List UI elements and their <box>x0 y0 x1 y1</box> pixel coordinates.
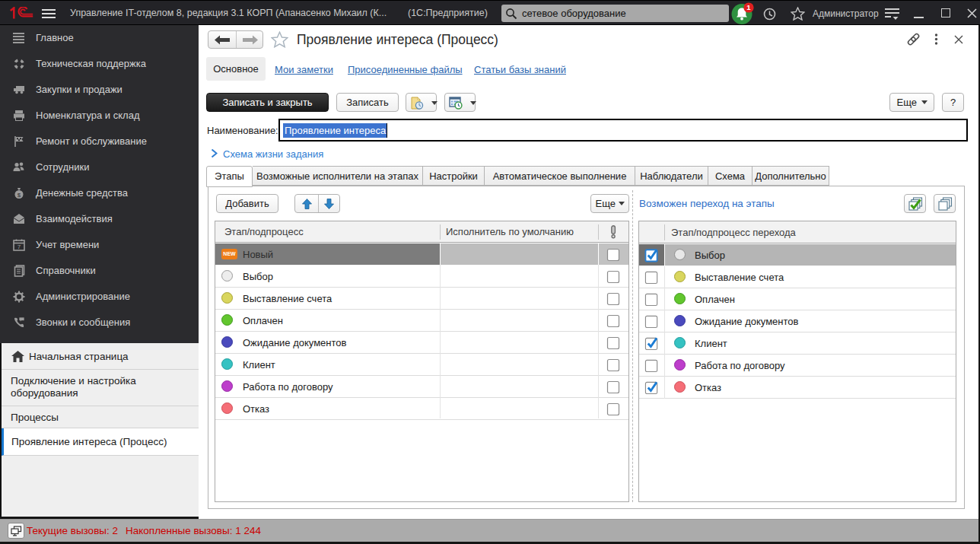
svg-text:1: 1 <box>746 3 751 11</box>
svg-text:7: 7 <box>18 243 21 250</box>
svg-text:$: $ <box>18 192 21 199</box>
